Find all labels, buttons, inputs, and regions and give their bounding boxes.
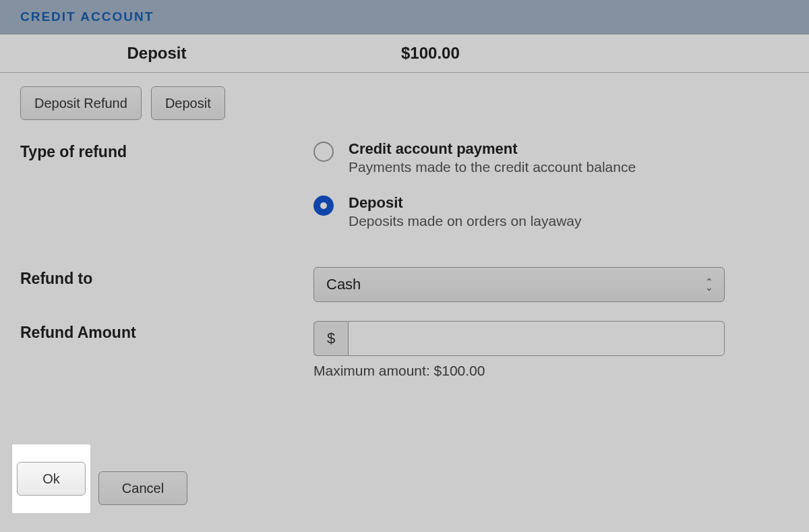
refund-to-row: Refund to Cash ⌃⌄ (20, 267, 789, 302)
credit-account-panel: CREDIT ACCOUNT Deposit $100.00 Deposit R… (0, 0, 809, 532)
summary-type: Deposit (127, 44, 186, 63)
cancel-button[interactable]: Cancel (98, 471, 187, 505)
header-title: CREDIT ACCOUNT (20, 9, 154, 24)
summary-row: Deposit $100.00 (0, 34, 809, 73)
summary-amount: $100.00 (401, 44, 460, 63)
refund-amount-input-group: $ (313, 321, 725, 356)
refund-amount-input[interactable] (348, 321, 725, 356)
deposit-refund-tab[interactable]: Deposit Refund (20, 86, 142, 120)
header-bar: CREDIT ACCOUNT (0, 0, 809, 34)
type-of-refund-label: Type of refund (20, 140, 313, 161)
refund-amount-label: Refund Amount (20, 321, 313, 342)
radio-icon[interactable] (313, 142, 334, 162)
refund-to-value: Cash (326, 276, 361, 293)
ok-highlight: Ok (12, 444, 90, 513)
refund-to-select[interactable]: Cash ⌃⌄ (313, 267, 725, 302)
refund-amount-row: Refund Amount $ Maximum amount: $100.00 (20, 321, 789, 379)
refund-option-deposit[interactable]: Deposit Deposits made on orders on layaw… (313, 194, 789, 229)
option-title: Deposit (349, 194, 582, 212)
radio-icon[interactable] (313, 196, 334, 216)
option-desc: Deposits made on orders on layaway (349, 213, 582, 229)
option-desc: Payments made to the credit account bala… (349, 159, 636, 175)
refund-option-credit-payment[interactable]: Credit account payment Payments made to … (313, 140, 789, 175)
tabs-row: Deposit Refund Deposit (20, 86, 789, 120)
form-body: Deposit Refund Deposit Type of refund Cr… (0, 73, 809, 379)
option-title: Credit account payment (349, 140, 636, 158)
type-of-refund-row: Type of refund Credit account payment Pa… (20, 140, 789, 248)
max-amount-text: Maximum amount: $100.00 (313, 363, 789, 379)
refund-to-label: Refund to (20, 267, 313, 288)
currency-addon: $ (313, 321, 348, 356)
chevron-updown-icon: ⌃⌄ (705, 279, 713, 290)
deposit-tab[interactable]: Deposit (151, 86, 225, 120)
ok-button[interactable]: Ok (17, 462, 86, 496)
